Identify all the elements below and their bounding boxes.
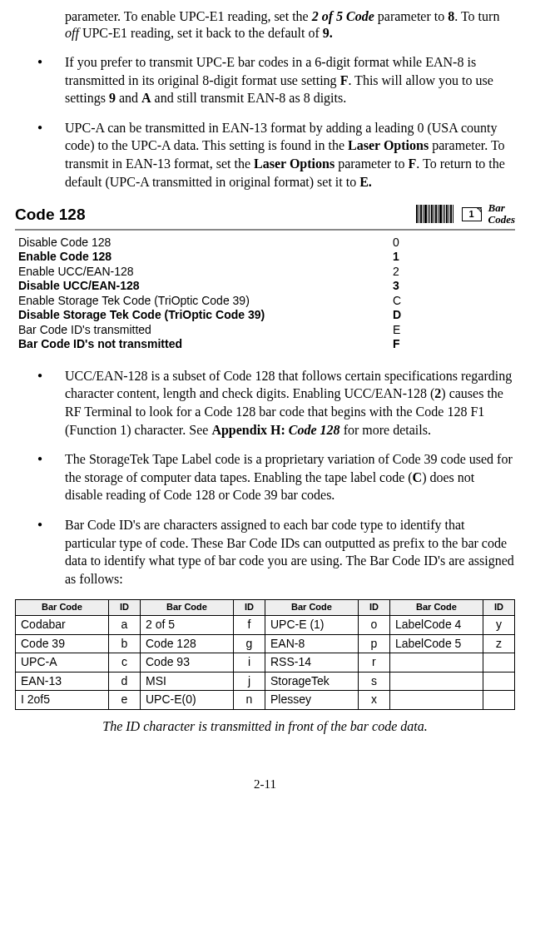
table-cell [389, 653, 483, 673]
bullet-item: UPC-A can be transmitted in EAN-13 forma… [15, 119, 515, 191]
bullet-dot-icon [15, 367, 65, 384]
table-cell: I 2of5 [16, 691, 109, 710]
option-row: Enable UCC/EAN-1282 [18, 265, 515, 280]
option-label: Bar Code ID's not transmitted [18, 337, 393, 352]
option-label: Enable Storage Tek Code (TriOptic Code 3… [18, 294, 393, 309]
table-cell: Codabar [16, 616, 109, 635]
bullet-text: UPC-A can be transmitted in EAN-13 forma… [65, 119, 515, 191]
table-cell: StorageTek [265, 672, 358, 691]
table-cell: Code 93 [140, 653, 233, 673]
table-row: UPC-AcCode 93iRSS-14r [16, 653, 515, 673]
table-cell: Code 128 [140, 634, 233, 653]
table-cell: EAN-13 [16, 672, 109, 691]
option-value: 3 [393, 279, 426, 294]
table-cell: Plessey [265, 691, 358, 710]
bullet-item: The StorageTek Tape Label code is a prop… [15, 450, 515, 504]
option-row: Disable Code 1280 [18, 236, 515, 251]
table-cell: i [233, 653, 265, 673]
bullet-item: UCC/EAN-128 is a subset of Code 128 that… [15, 367, 515, 439]
table-cell: UPC-E (1) [265, 616, 358, 635]
table-cell: LabelCode 4 [389, 616, 483, 635]
table-row: Codabara2 of 5fUPC-E (1)oLabelCode 4y [16, 616, 515, 635]
option-label: Enable Code 128 [18, 250, 393, 265]
table-cell: LabelCode 5 [389, 634, 483, 653]
option-row: Enable Storage Tek Code (TriOptic Code 3… [18, 294, 515, 309]
table-cell [483, 653, 514, 673]
table-header: Bar Code [16, 600, 109, 616]
section-divider [15, 229, 515, 231]
table-row: I 2of5eUPC-E(0)nPlesseyx [16, 691, 515, 710]
table-cell: RSS-14 [265, 653, 358, 673]
table-row: Code 39bCode 128gEAN-8pLabelCode 5z [16, 634, 515, 653]
table-cell: d [108, 672, 140, 691]
table-cell: a [108, 616, 140, 635]
option-label: Bar Code ID's transmitted [18, 323, 393, 338]
table-header: Bar Code [265, 600, 358, 616]
table-header: Bar Code [389, 600, 483, 616]
option-row: Enable Code 1281 [18, 250, 515, 265]
table-header: Bar Code [140, 600, 233, 616]
option-label: Enable UCC/EAN-128 [18, 265, 393, 280]
table-cell: s [358, 672, 389, 691]
bullet-text: Bar Code ID's are characters assigned to… [65, 516, 515, 588]
table-cell: 2 of 5 [140, 616, 233, 635]
table-cell: f [233, 616, 265, 635]
option-value: 0 [393, 236, 426, 251]
table-cell: UPC-E(0) [140, 691, 233, 710]
bullet-dot-icon [15, 450, 65, 467]
option-value: 1 [393, 250, 426, 265]
option-label: Disable UCC/EAN-128 [18, 279, 393, 294]
option-value: C [393, 294, 426, 309]
option-row: Disable UCC/EAN-1283 [18, 279, 515, 294]
table-cell: g [233, 634, 265, 653]
page-number: 2-11 [15, 777, 515, 792]
key-icon: 1 w [462, 207, 482, 221]
options-table: Disable Code 1280Enable Code 1281Enable … [18, 236, 515, 352]
section-header: Code 128 1 w BarCodes [15, 202, 515, 226]
table-cell: p [358, 634, 389, 653]
table-cell: x [358, 691, 389, 710]
table-cell: z [483, 634, 514, 653]
table-cell: MSI [140, 672, 233, 691]
key-label: BarCodes [488, 202, 516, 226]
table-header: ID [233, 600, 265, 616]
table-row: EAN-13dMSIjStorageTeks [16, 672, 515, 691]
table-cell [483, 672, 514, 691]
option-row: Bar Code ID's transmittedE [18, 323, 515, 338]
table-cell: y [483, 616, 514, 635]
option-label: Disable Storage Tek Code (TriOptic Code … [18, 308, 393, 323]
table-cell: e [108, 691, 140, 710]
option-value: D [393, 308, 426, 323]
bullet-item: If you prefer to transmit UPC-E bar code… [15, 53, 515, 107]
section-title: Code 128 [15, 205, 416, 225]
table-cell: n [233, 691, 265, 710]
bullet-dot-icon [15, 53, 65, 70]
option-label: Disable Code 128 [18, 236, 393, 251]
bullet-dot-icon [15, 516, 65, 533]
option-row: Disable Storage Tek Code (TriOptic Code … [18, 308, 515, 323]
table-header: ID [483, 600, 514, 616]
table-cell: Code 39 [16, 634, 109, 653]
option-value: F [393, 337, 426, 352]
option-value: 2 [393, 265, 426, 280]
intro-paragraph: parameter. To enable UPC-E1 reading, set… [65, 8, 515, 42]
table-cell: c [108, 653, 140, 673]
barcode-icon [416, 205, 453, 223]
table-cell: EAN-8 [265, 634, 358, 653]
table-cell: r [358, 653, 389, 673]
table-cell: UPC-A [16, 653, 109, 673]
option-value: E [393, 323, 426, 338]
option-row: Bar Code ID's not transmittedF [18, 337, 515, 352]
table-cell: j [233, 672, 265, 691]
table-header: ID [108, 600, 140, 616]
table-cell: b [108, 634, 140, 653]
table-cell [389, 672, 483, 691]
footer-note: The ID character is transmitted in front… [15, 718, 515, 735]
table-cell [389, 691, 483, 710]
id-table: Bar CodeIDBar CodeIDBar CodeIDBar CodeID… [15, 599, 515, 709]
bullet-text: UCC/EAN-128 is a subset of Code 128 that… [65, 367, 515, 439]
bullet-text: If you prefer to transmit UPC-E bar code… [65, 53, 515, 107]
bullet-dot-icon [15, 119, 65, 136]
table-header: ID [358, 600, 389, 616]
bullet-text: The StorageTek Tape Label code is a prop… [65, 450, 515, 504]
